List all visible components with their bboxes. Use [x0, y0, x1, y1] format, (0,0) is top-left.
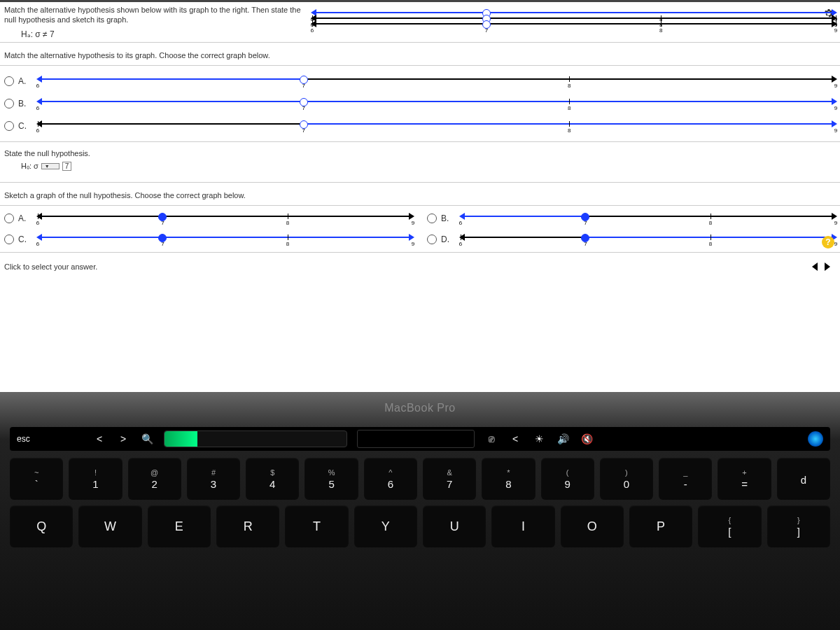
key-Q[interactable]: Q [10, 505, 73, 547]
touchbar-fwd-icon[interactable]: > [116, 432, 130, 446]
null-value: 7 [62, 162, 72, 171]
key-3[interactable]: #3 [187, 458, 240, 500]
key-E[interactable]: E [148, 505, 211, 547]
key-9[interactable]: (9 [541, 458, 594, 500]
key-`[interactable]: ~` [10, 458, 63, 500]
touchbar-volume-icon[interactable]: 🔊 [556, 432, 570, 446]
null-lhs: H₀: σ [21, 162, 38, 171]
null-choice-a-radio[interactable] [4, 214, 14, 223]
prev-button[interactable] [812, 262, 818, 271]
null-choice-c-label: C. [18, 234, 34, 244]
null-choice-b-graph: 6 7 8 9 [461, 210, 836, 227]
key-[[interactable]: {[ [698, 505, 761, 547]
touchbar-slider[interactable] [164, 430, 347, 447]
touchbar-back2-icon[interactable]: < [508, 432, 522, 446]
null-choice-a-graph: 6 7 8 9 [38, 210, 413, 227]
key-1[interactable]: !1 [69, 458, 122, 500]
key-8[interactable]: *8 [482, 458, 535, 500]
key-R[interactable]: R [216, 505, 279, 547]
choice-a-label: A. [18, 76, 34, 86]
key-7[interactable]: &7 [423, 458, 476, 500]
help-button[interactable]: ? [822, 236, 834, 248]
touchbar-mute-icon[interactable]: 🔇 [580, 432, 594, 446]
key-P[interactable]: P [629, 505, 692, 547]
touchbar-search-icon[interactable]: 🔍 [140, 432, 154, 446]
key-6[interactable]: ^6 [364, 458, 417, 500]
choice-c-label: C. [18, 121, 34, 131]
touchbar-brightness-icon[interactable]: ☀ [532, 432, 546, 446]
null-choice-b-radio[interactable] [427, 214, 437, 223]
alt-hypothesis: Hₐ: σ ≠ 7 [4, 25, 312, 39]
key-W[interactable]: W [78, 505, 141, 547]
key-I[interactable]: I [491, 505, 554, 547]
touchbar-back-icon[interactable]: < [92, 432, 106, 446]
touchbar: esc < > 🔍 ⎚ < ☀ 🔊 🔇 [10, 427, 830, 451]
next-button[interactable] [825, 262, 830, 271]
null-choice-b-label: B. [441, 214, 456, 223]
null-choice-d-graph: 6 7 8 9 [461, 231, 836, 248]
key-][interactable]: }] [767, 505, 830, 547]
laptop-brand: MacBook Pro [0, 392, 840, 414]
touchbar-siri-icon[interactable] [808, 431, 823, 447]
choice-b-radio[interactable] [4, 99, 14, 108]
null-choice-c-radio[interactable] [4, 234, 14, 244]
laptop-body: MacBook Pro esc < > 🔍 ⎚ < ☀ 🔊 🔇 ~`!1@2#3… [0, 392, 840, 630]
key-5[interactable]: %5 [304, 458, 358, 500]
key-0[interactable]: )0 [600, 458, 653, 500]
touchbar-info [357, 430, 475, 448]
choice-a-graph: 6 7 8 9 [38, 73, 836, 90]
null-choice-d-label: D. [441, 234, 456, 244]
key-d[interactable]: d [777, 458, 830, 500]
key-2[interactable]: @2 [128, 458, 181, 500]
reference-graphs: 6 7 8 9 6 7 8 9 6 7 [312, 5, 836, 18]
null-heading: State the null hypothesis. [4, 149, 836, 158]
touchbar-esc[interactable]: esc [17, 434, 59, 444]
null-choice-d-radio[interactable] [427, 234, 437, 244]
key-U[interactable]: U [423, 505, 486, 547]
choice-b-label: B. [18, 99, 34, 108]
section2-text: Sketch a graph of the null hypothesis. C… [0, 183, 840, 206]
key-4[interactable]: $4 [246, 458, 299, 500]
choice-c-radio[interactable] [4, 121, 14, 131]
key-T[interactable]: T [285, 505, 348, 547]
key-O[interactable]: O [561, 505, 624, 547]
key--[interactable]: _- [659, 458, 712, 500]
keyboard: ~`!1@2#3$4%5^6&7*8(9)0_-+=d QWERTYUIOP{[… [10, 458, 830, 547]
touchbar-screenshot-icon[interactable]: ⎚ [484, 432, 498, 446]
key-Y[interactable]: Y [354, 505, 417, 547]
null-choice-c-graph: 6 7 8 9 [38, 231, 413, 248]
choice-b-graph: 6 7 8 9 [38, 95, 836, 112]
null-choice-a-label: A. [18, 214, 34, 223]
choice-a-radio[interactable] [4, 76, 14, 86]
choice-c-graph: 6 7 8 9 [38, 118, 836, 134]
footer-text: Click to select your answer. [4, 262, 97, 271]
key-=[interactable]: += [718, 458, 771, 500]
section1-text: Match the alternative hypothesis to its … [0, 43, 840, 66]
question-prompt: Match the alternative hypothesis shown b… [4, 5, 312, 25]
null-operator-dropdown[interactable] [41, 163, 59, 169]
